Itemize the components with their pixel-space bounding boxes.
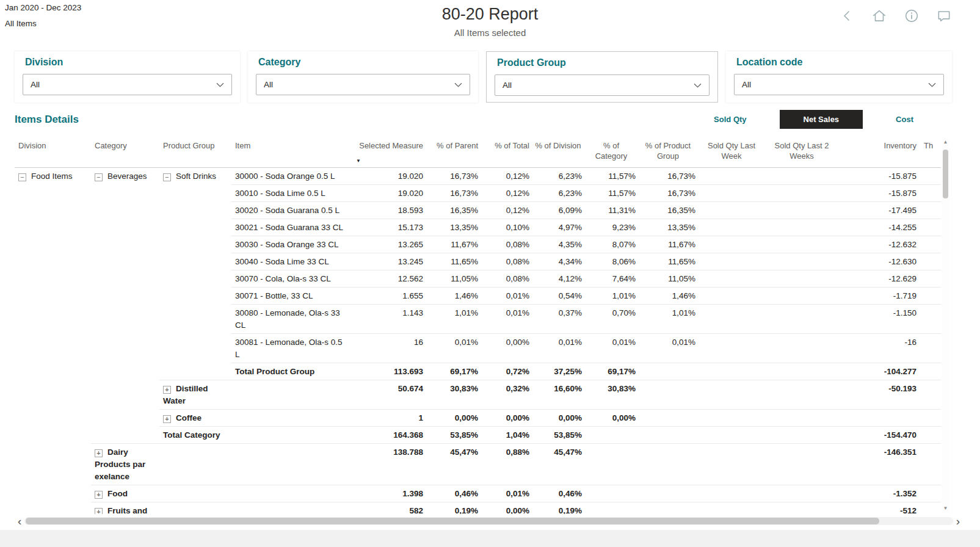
cell-pct-parent[interactable]: 45,47%: [428, 444, 483, 485]
cell-pct-parent[interactable]: 11,05%: [428, 270, 483, 288]
cell-inventory[interactable]: -15.875: [841, 185, 921, 202]
cell-pct-product-group[interactable]: [641, 485, 700, 502]
cell-pct-category[interactable]: [587, 485, 641, 502]
cell-pct-product-group[interactable]: 0,01%: [641, 334, 700, 363]
scroll-down-icon[interactable]: ▼: [943, 505, 948, 512]
cell-inventory[interactable]: -104.277: [841, 363, 921, 380]
table-row[interactable]: +Dairy Products par exelance138.78845,47…: [15, 444, 941, 485]
expand-icon[interactable]: +: [95, 508, 103, 514]
cell-pct-category[interactable]: 8,06%: [587, 253, 641, 270]
cell-pct-division[interactable]: 0,46%: [534, 485, 587, 502]
cell-pct-total[interactable]: 0,01%: [483, 485, 534, 502]
cell-selected-measure[interactable]: 15.173: [354, 219, 428, 236]
cell-inventory[interactable]: -12.629: [841, 270, 921, 288]
scroll-up-icon[interactable]: ▲: [943, 139, 948, 146]
cell-sold-qty-last-week[interactable]: [700, 288, 768, 305]
cell-pct-product-group[interactable]: 16,35%: [641, 202, 700, 219]
cell-sold-qty-last-week[interactable]: [700, 219, 768, 236]
cell-sold-qty-last-2-weeks[interactable]: [768, 305, 841, 334]
tab-cost[interactable]: Cost: [884, 110, 926, 129]
cell-selected-measure[interactable]: 16: [354, 334, 428, 363]
cell-pct-division[interactable]: 0,37%: [534, 305, 587, 334]
cell-pct-product-group[interactable]: [641, 410, 700, 427]
tab-sold-qty[interactable]: Sold Qty: [702, 110, 758, 129]
tab-net-sales[interactable]: Net Sales: [780, 110, 863, 129]
cell-pct-category[interactable]: 8,07%: [587, 236, 641, 253]
cell-inventory[interactable]: -17.495: [841, 202, 921, 219]
cell-pct-product-group[interactable]: 1,01%: [641, 305, 700, 334]
back-icon[interactable]: [838, 7, 855, 24]
cell-th[interactable]: [921, 444, 941, 485]
cell-pct-category[interactable]: [587, 427, 641, 444]
col-header-selected-measure[interactable]: Selected Measure▼: [354, 137, 428, 168]
cell-th[interactable]: [921, 168, 941, 185]
expand-icon[interactable]: +: [95, 449, 103, 457]
expand-icon[interactable]: +: [95, 491, 103, 499]
cell-category[interactable]: +Food: [91, 485, 159, 502]
cell-th[interactable]: [921, 288, 941, 305]
cell-selected-measure[interactable]: 1.398: [354, 485, 428, 502]
cell-th[interactable]: [921, 334, 941, 363]
vertical-scrollbar[interactable]: ▲ ▼: [942, 139, 949, 512]
cell-sold-qty-last-2-weeks[interactable]: [768, 288, 841, 305]
cell-th[interactable]: [921, 363, 941, 380]
cell-item[interactable]: [231, 380, 354, 410]
cell-inventory[interactable]: -1.150: [841, 305, 921, 334]
cell-selected-measure[interactable]: 12.562: [354, 270, 428, 288]
expand-icon[interactable]: +: [163, 415, 171, 423]
cell-inventory[interactable]: [841, 410, 921, 427]
cell-pct-product-group[interactable]: [641, 427, 700, 444]
cell-item[interactable]: 30071 - Bottle, 33 CL: [231, 288, 354, 305]
horizontal-scroll-track[interactable]: [24, 517, 953, 525]
cell-pct-parent[interactable]: 0,00%: [428, 410, 483, 427]
cell-inventory[interactable]: -1.352: [841, 485, 921, 502]
cell-sold-qty-last-week[interactable]: [700, 253, 768, 270]
table-row[interactable]: +Fruits and Vegetables5820,19%0,00%0,19%…: [15, 502, 941, 515]
cell-th[interactable]: [921, 253, 941, 270]
cell-pct-division[interactable]: 16,60%: [534, 380, 587, 410]
cell-th[interactable]: [921, 202, 941, 219]
cell-pct-category[interactable]: 11,31%: [587, 202, 641, 219]
cell-item[interactable]: 30010 - Soda Lime 0.5 L: [231, 185, 354, 202]
cell-product-group[interactable]: −Soft Drinks: [159, 168, 231, 380]
cell-sold-qty-last-week[interactable]: [700, 380, 768, 410]
table-row[interactable]: −Food Items−Beverages−Soft Drinks30000 -…: [15, 168, 941, 185]
cell-sold-qty-last-2-weeks[interactable]: [768, 444, 841, 485]
cell-product-group[interactable]: [159, 444, 231, 485]
cell-item[interactable]: 30020 - Soda Guarana 0.5 L: [231, 202, 354, 219]
cell-sold-qty-last-2-weeks[interactable]: [768, 427, 841, 444]
cell-pct-category[interactable]: 0,00%: [587, 410, 641, 427]
cell-sold-qty-last-2-weeks[interactable]: [768, 202, 841, 219]
cell-pct-category[interactable]: [587, 502, 641, 515]
comment-icon[interactable]: [935, 7, 952, 24]
cell-pct-category[interactable]: 0,70%: [587, 305, 641, 334]
cell-sold-qty-last-2-weeks[interactable]: [768, 219, 841, 236]
cell-selected-measure[interactable]: 138.788: [354, 444, 428, 485]
cell-pct-total[interactable]: 0,00%: [483, 334, 534, 363]
expand-icon[interactable]: +: [163, 386, 171, 394]
cell-pct-parent[interactable]: 0,01%: [428, 334, 483, 363]
col-header-item[interactable]: Item: [231, 137, 354, 168]
cell-category[interactable]: +Fruits and Vegetables: [91, 502, 159, 515]
col-header-pct-total[interactable]: % of Total: [483, 137, 534, 168]
cell-item[interactable]: 30070 - Cola, Ola-s 33 CL: [231, 270, 354, 288]
col-header-pct-parent[interactable]: % of Parent: [428, 137, 483, 168]
cell-product-group[interactable]: Total Category: [159, 427, 231, 444]
col-header-pct-product-group[interactable]: % of Product Group: [641, 137, 700, 168]
cell-pct-division[interactable]: 4,97%: [534, 219, 587, 236]
col-header-inventory[interactable]: Inventory: [841, 137, 921, 168]
cell-inventory[interactable]: -146.351: [841, 444, 921, 485]
product-group-dropdown[interactable]: All: [495, 74, 710, 96]
cell-pct-parent[interactable]: 11,67%: [428, 236, 483, 253]
cell-sold-qty-last-week[interactable]: [700, 502, 768, 515]
cell-pct-category[interactable]: 1,01%: [587, 288, 641, 305]
cell-sold-qty-last-week[interactable]: [700, 363, 768, 380]
col-header-category[interactable]: Category: [91, 137, 159, 168]
cell-sold-qty-last-week[interactable]: [700, 485, 768, 502]
cell-sold-qty-last-2-weeks[interactable]: [768, 380, 841, 410]
cell-sold-qty-last-2-weeks[interactable]: [768, 502, 841, 515]
cell-pct-category[interactable]: 9,23%: [587, 219, 641, 236]
cell-sold-qty-last-week[interactable]: [700, 185, 768, 202]
cell-th[interactable]: [921, 305, 941, 334]
cell-pct-product-group[interactable]: 16,73%: [641, 168, 700, 185]
